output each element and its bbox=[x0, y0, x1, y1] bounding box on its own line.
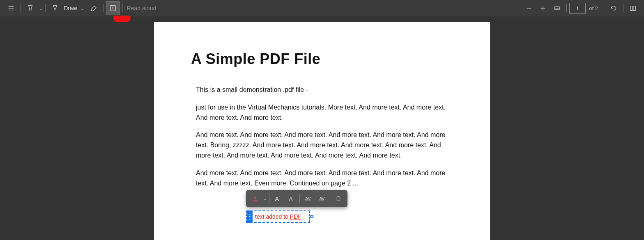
increase-font-button[interactable]: Aˆ bbox=[272, 193, 283, 204]
erase-button[interactable] bbox=[87, 1, 101, 15]
text-annotation-toolbar: A ⌄ Aˆ Aˇ AV AV bbox=[246, 190, 347, 207]
page-view-button[interactable] bbox=[626, 1, 640, 15]
highlight-button[interactable] bbox=[23, 1, 37, 15]
delete-text-button[interactable] bbox=[333, 193, 344, 204]
pdf-viewport[interactable]: A Simple PDF File This is a small demons… bbox=[0, 16, 644, 240]
separator bbox=[122, 4, 123, 12]
resize-handle-icon[interactable] bbox=[310, 215, 313, 218]
separator bbox=[103, 4, 104, 12]
paragraph: And more text. And more text. And more t… bbox=[196, 168, 451, 189]
pdf-toolbar: ⌄ Draw ⌄ Read aloud of 2 bbox=[0, 0, 644, 16]
paragraph: just for use in the Virtual Mechanics tu… bbox=[196, 103, 451, 123]
separator bbox=[623, 4, 623, 12]
draw-label[interactable]: Draw bbox=[64, 5, 77, 11]
separator bbox=[269, 194, 269, 203]
separator bbox=[604, 4, 604, 12]
draw-dropdown[interactable]: ⌄ bbox=[80, 6, 84, 11]
document-title: A Simple PDF File bbox=[191, 50, 453, 68]
svg-rect-13 bbox=[630, 6, 632, 11]
zoom-in-button[interactable] bbox=[536, 1, 550, 15]
separator bbox=[566, 4, 567, 12]
paragraph: This is a small demonstration .pdf file … bbox=[196, 85, 451, 95]
separator bbox=[299, 194, 300, 203]
read-aloud-button[interactable]: Read aloud bbox=[127, 5, 156, 11]
separator bbox=[45, 4, 46, 12]
zoom-out-button[interactable] bbox=[522, 1, 536, 15]
text-tool-indicator bbox=[113, 16, 131, 22]
text-color-dropdown[interactable]: ⌄ bbox=[263, 197, 267, 201]
add-text-button[interactable] bbox=[106, 1, 120, 15]
decrease-spacing-button[interactable]: AV bbox=[316, 193, 328, 204]
rotate-button[interactable] bbox=[607, 1, 621, 15]
contents-button[interactable] bbox=[4, 1, 18, 15]
highlight-dropdown[interactable]: ⌄ bbox=[39, 6, 43, 11]
increase-spacing-button[interactable]: AV bbox=[302, 193, 314, 204]
decrease-font-button[interactable]: Aˇ bbox=[285, 193, 297, 204]
paragraph: And more text. And more text. And more t… bbox=[196, 130, 451, 160]
fit-page-button[interactable] bbox=[550, 1, 564, 15]
pdf-page: A Simple PDF File This is a small demons… bbox=[154, 22, 490, 240]
separator bbox=[330, 194, 330, 203]
svg-rect-17 bbox=[337, 197, 340, 201]
text-annotation-box[interactable]: text added to PDF bbox=[246, 210, 310, 223]
svg-text:A: A bbox=[253, 195, 257, 200]
draw-icon-button[interactable] bbox=[48, 1, 62, 15]
page-number-input[interactable] bbox=[569, 3, 586, 14]
annotation-text[interactable]: text added to PDF bbox=[255, 213, 301, 220]
text-color-button[interactable]: A bbox=[249, 193, 261, 204]
separator bbox=[21, 4, 21, 12]
svg-rect-14 bbox=[633, 6, 635, 11]
page-total-label: of 2 bbox=[589, 5, 598, 11]
drag-handle-icon[interactable] bbox=[247, 210, 253, 223]
